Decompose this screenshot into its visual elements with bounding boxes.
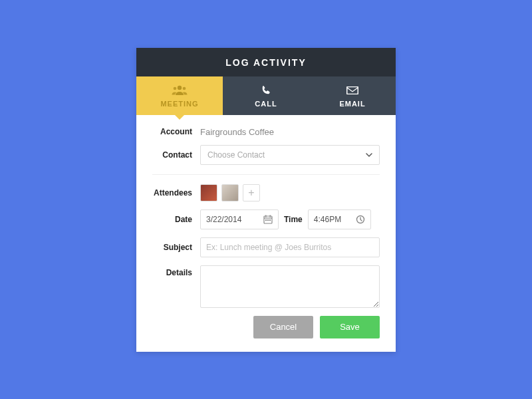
log-activity-modal: LOG ACTIVITY MEETING CALL EMAIL Account … [136, 48, 396, 352]
svg-point-1 [174, 86, 177, 90]
form-actions: Cancel Save [152, 316, 380, 338]
tab-label: EMAIL [339, 100, 365, 108]
attendees-label: Attendees [152, 188, 200, 198]
svg-point-0 [178, 85, 182, 89]
form-body: Account Fairgrounds Coffee Contact Choos… [136, 115, 396, 352]
tab-call[interactable]: CALL [223, 76, 309, 115]
modal-title: LOG ACTIVITY [136, 48, 396, 76]
date-input[interactable]: 3/22/2014 [200, 209, 279, 229]
phone-icon [261, 84, 271, 97]
tab-meeting[interactable]: MEETING [136, 76, 223, 115]
account-row: Account Fairgrounds Coffee [152, 127, 380, 137]
date-value: 3/22/2014 [206, 215, 241, 224]
svg-point-2 [183, 86, 186, 90]
svg-rect-7 [265, 219, 267, 221]
envelope-icon [346, 84, 358, 97]
chevron-down-icon [366, 152, 372, 158]
clock-icon [356, 215, 365, 224]
save-button[interactable]: Save [320, 316, 380, 338]
account-value: Fairgrounds Coffee [200, 127, 274, 137]
time-label: Time [284, 215, 303, 224]
details-label: Details [152, 265, 200, 277]
contact-placeholder: Choose Contact [207, 150, 265, 160]
subject-label: Subject [152, 243, 200, 252]
activity-type-tabs: MEETING CALL EMAIL [136, 76, 396, 115]
contact-select[interactable]: Choose Contact [200, 145, 380, 165]
account-label: Account [152, 127, 200, 136]
details-textarea[interactable] [200, 265, 380, 308]
svg-rect-6 [270, 215, 271, 217]
avatar[interactable] [200, 184, 217, 201]
subject-input-wrapper [200, 237, 380, 257]
plus-icon: + [248, 187, 254, 199]
people-icon [172, 84, 188, 97]
svg-rect-9 [269, 219, 271, 221]
attendees-list: + [200, 184, 260, 201]
contact-label: Contact [152, 150, 200, 160]
attendees-row: Attendees + [152, 184, 380, 201]
cancel-button[interactable]: Cancel [253, 316, 313, 338]
svg-rect-5 [265, 215, 267, 217]
tab-label: MEETING [160, 100, 198, 108]
tab-label: CALL [255, 100, 277, 108]
add-attendee-button[interactable]: + [243, 184, 260, 201]
subject-row: Subject [152, 237, 380, 257]
time-value: 4:46PM [314, 215, 341, 224]
details-row: Details [152, 265, 380, 308]
avatar[interactable] [221, 184, 239, 201]
calendar-icon [263, 215, 273, 224]
subject-input[interactable] [206, 243, 374, 252]
tab-email[interactable]: EMAIL [309, 76, 396, 115]
svg-rect-8 [267, 219, 269, 221]
date-label: Date [152, 215, 200, 224]
contact-row: Contact Choose Contact [152, 145, 380, 175]
time-input[interactable]: 4:46PM [308, 209, 371, 229]
datetime-row: Date 3/22/2014 Time 4:46PM [152, 209, 380, 229]
